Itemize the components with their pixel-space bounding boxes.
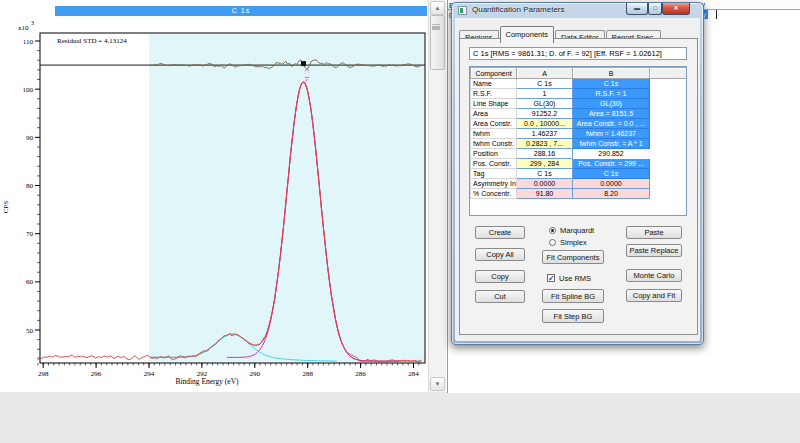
dialog-title-bar[interactable]: Quantification Parameters ▬□✕	[452, 3, 703, 18]
copy-and-fit-button[interactable]: Copy and Fit	[626, 289, 682, 302]
filler-cell	[650, 179, 687, 189]
component-marker[interactable]	[301, 61, 306, 66]
plot-title-bar: C 1s	[55, 6, 427, 16]
component-a-cell[interactable]: 288.16	[517, 149, 573, 159]
row-label-cell[interactable]: fwhm Constr.	[471, 139, 517, 149]
table-row: fwhm1.46237fwhm = 1.46237	[471, 129, 687, 139]
table-row: TagC 1sC 1s	[471, 169, 687, 179]
simplex-radio[interactable]	[549, 239, 556, 246]
y-tick-label: 100	[23, 86, 34, 94]
row-label-cell[interactable]: fwhm	[471, 129, 517, 139]
create-button[interactable]: Create	[475, 226, 525, 239]
copy-all-button[interactable]: Copy All	[475, 248, 525, 261]
component-b-cell[interactable]: 290.852	[573, 149, 650, 159]
tab-components[interactable]: Components	[500, 26, 555, 43]
x-tick-label: 296	[91, 370, 102, 378]
scroll-up-icon[interactable]: ▲	[430, 1, 445, 15]
component-b-cell[interactable]: Area = 8151.5	[573, 109, 650, 119]
component-b-cell[interactable]: 0.0000	[573, 179, 650, 189]
maximize-button[interactable]: □	[648, 3, 662, 15]
filler-cell	[650, 99, 687, 109]
spectrum-plot[interactable]: 1101009080706050298296294292290288286284…	[0, 0, 447, 392]
row-label-cell[interactable]: Pos. Constr.	[471, 159, 517, 169]
y-tick-label: 50	[26, 327, 34, 335]
paste-button[interactable]: Paste	[626, 226, 682, 239]
filler-cell	[650, 169, 687, 179]
component-a-cell[interactable]: 0.0 , 10000...	[517, 119, 573, 129]
component-a-cell[interactable]: C 1s	[517, 79, 573, 89]
column-header[interactable]: Component	[471, 68, 517, 79]
marquardt-radio[interactable]	[549, 227, 556, 234]
y-axis-multiplier-exponent: 3	[31, 20, 34, 26]
row-label-cell[interactable]: Asymmetry In...	[471, 179, 517, 189]
table-row: Area91252.2Area = 8151.5	[471, 109, 687, 119]
x-axis-title: Binding Energy (eV)	[175, 377, 239, 386]
table-row: Line ShapeGL(30)GL(30)	[471, 99, 687, 109]
component-b-cell[interactable]: 8.20	[573, 189, 650, 199]
row-label-cell[interactable]: Area	[471, 109, 517, 119]
component-b-cell[interactable]: fwhm Constr. = A * 1	[573, 139, 650, 149]
table-row: Position288.16290.852	[471, 149, 687, 159]
component-b-cell[interactable]: GL(30)	[573, 99, 650, 109]
table-row: R.S.F.1R.S.F. = 1	[471, 89, 687, 99]
filler-cell	[650, 79, 687, 89]
component-a-cell[interactable]: 1	[517, 89, 573, 99]
x-tick-label: 286	[355, 370, 366, 378]
close-icon[interactable]: ✕	[662, 3, 690, 15]
rms-readout[interactable]: C 1s [RMS = 9861.31; D. of F. = 92] [Eff…	[469, 47, 687, 60]
component-a-cell[interactable]: 91.80	[517, 189, 573, 199]
component-a-cell[interactable]: 91252.2	[517, 109, 573, 119]
component-b-cell[interactable]: Pos. Constr. = 299 ...	[573, 159, 650, 169]
plot-title: C 1s	[232, 7, 250, 14]
simplex-label: Simplex	[560, 238, 587, 247]
text-caret	[716, 10, 717, 19]
component-a-cell[interactable]: 0.2823 , 7...	[517, 139, 573, 149]
component-parameter-table[interactable]: Component A B NameC 1sC 1sR.S.F.1R.S.F. …	[470, 67, 687, 199]
component-b-cell[interactable]: R.S.F. = 1	[573, 89, 650, 99]
column-header-filler	[650, 68, 687, 79]
component-a-cell[interactable]: 299 , 284	[517, 159, 573, 169]
row-label-cell[interactable]: Line Shape	[471, 99, 517, 109]
row-label-cell[interactable]: Name	[471, 79, 517, 89]
column-header[interactable]: A	[517, 68, 573, 79]
marquardt-label: Marquardt	[560, 226, 594, 235]
column-header[interactable]: B	[573, 68, 650, 79]
component-b-cell[interactable]: C 1s	[573, 79, 650, 89]
component-b-cell[interactable]: C 1s	[573, 169, 650, 179]
minimize-button[interactable]: ▬	[626, 3, 648, 15]
cut-button[interactable]: Cut	[475, 290, 525, 303]
component-a-cell[interactable]: C 1s	[517, 169, 573, 179]
dialog-client-area: RegionsComponentsData EditorReport Spec.…	[455, 18, 700, 341]
fit-step-bg-button[interactable]: Fit Step BG	[542, 309, 604, 323]
component-a-cell[interactable]: GL(30)	[517, 99, 573, 109]
y-tick-label: 60	[26, 278, 34, 286]
use-rms-checkbox[interactable]: ✓	[547, 274, 555, 282]
filler-cell	[650, 129, 687, 139]
y-axis-multiplier: x10	[18, 24, 29, 32]
scrollbar-grip	[432, 24, 440, 26]
use-rms-label: Use RMS	[559, 274, 591, 283]
y-tick-label: 70	[26, 230, 34, 238]
fit-components-button[interactable]: Fit Components	[542, 250, 604, 264]
row-label-cell[interactable]: Position	[471, 149, 517, 159]
plot-vertical-scrollbar[interactable]: ▲ ▼	[428, 0, 446, 392]
row-label-cell[interactable]: % Concentr.	[471, 189, 517, 199]
monte-carlo-button[interactable]: Monte Carlo	[626, 269, 682, 282]
dialog-title: Quantification Parameters	[472, 5, 565, 14]
component-b-cell[interactable]: fwhm = 1.46237	[573, 129, 650, 139]
fit-spline-bg-button[interactable]: Fit Spline BG	[542, 289, 604, 303]
y-axis-title: CPS	[2, 201, 10, 214]
component-a-cell[interactable]: 0.0000	[517, 179, 573, 189]
row-label-cell[interactable]: Tag	[471, 169, 517, 179]
application-window: 1101009080706050298296294292290288286284…	[0, 0, 800, 443]
component-b-cell[interactable]: Area Constr. = 0.0 , ...	[573, 119, 650, 129]
component-a-cell[interactable]: 1.46237	[517, 129, 573, 139]
row-label-cell[interactable]: Area Constr.	[471, 119, 517, 129]
filler-cell	[650, 149, 687, 159]
paste-replace-button[interactable]: Paste Replace	[626, 244, 682, 257]
copy-button[interactable]: Copy	[475, 270, 525, 283]
row-label-cell[interactable]: R.S.F.	[471, 89, 517, 99]
table-row: fwhm Constr.0.2823 , 7...fwhm Constr. = …	[471, 139, 687, 149]
scroll-down-icon[interactable]: ▼	[430, 377, 445, 391]
y-tick-label: 80	[26, 182, 34, 190]
